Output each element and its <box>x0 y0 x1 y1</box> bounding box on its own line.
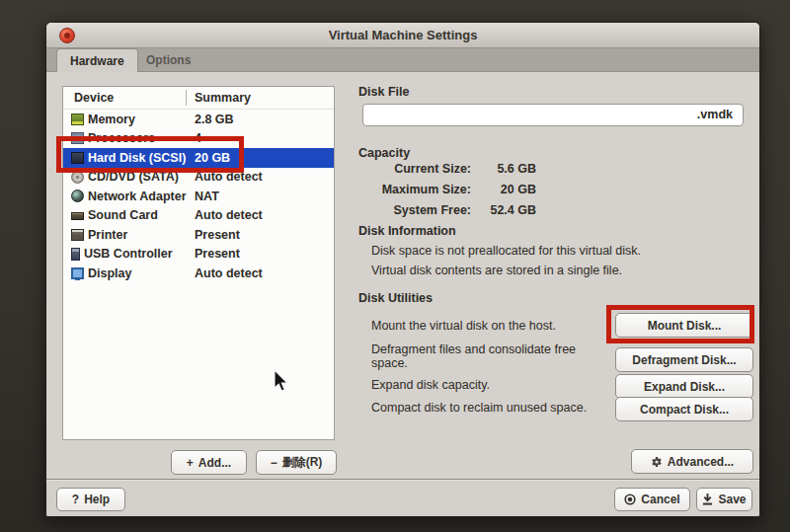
capacity-row-system-free: System Free: 52.4 GB <box>372 203 570 223</box>
footer-bar: ? Help Cancel Save <box>46 479 759 516</box>
column-header-summary[interactable]: Summary <box>195 91 251 105</box>
device-summary: Auto detect <box>195 266 263 280</box>
device-row-cd-dvd[interactable]: CD/DVD (SATA) Auto detect <box>63 168 334 188</box>
disk-file-input[interactable]: .vmdk <box>362 104 744 126</box>
device-summary: Present <box>195 228 240 242</box>
tab-options[interactable]: Options <box>133 48 203 72</box>
vm-settings-window: Virtual Machine Settings Hardware Option… <box>45 22 760 517</box>
disk-utilities-heading: Disk Utilities <box>358 291 433 305</box>
defragment-disk-description: Defragment files and consolidate free sp… <box>371 342 606 370</box>
help-button-label: Help <box>84 493 110 506</box>
device-summary: Present <box>195 247 240 261</box>
hard-disk-icon <box>71 152 84 164</box>
capacity-row-current: Current Size: 5.6 GB <box>372 162 570 182</box>
capacity-value: 20 GB <box>475 183 536 196</box>
window-title: Virtual Machine Settings <box>329 28 478 42</box>
device-name: Display <box>88 266 131 280</box>
processors-icon <box>71 132 84 144</box>
mount-disk-description: Mount the virtual disk on the host. <box>371 319 556 333</box>
remove-button-label: 删除(R) <box>282 454 323 471</box>
sound-card-icon <box>71 212 84 220</box>
column-divider <box>186 90 187 106</box>
desktop-background: Virtual Machine Settings Hardware Option… <box>0 0 790 532</box>
device-row-usb-controller[interactable]: USB Controller Present <box>63 245 334 265</box>
device-name: Network Adapter <box>88 190 187 203</box>
tab-bar: Hardware Options <box>46 48 759 72</box>
tab-hardware[interactable]: Hardware <box>56 48 138 72</box>
printer-icon <box>71 229 84 241</box>
device-row-sound-card[interactable]: Sound Card Auto detect <box>63 206 334 226</box>
disk-information-heading: Disk Information <box>358 224 456 238</box>
device-name: Printer <box>88 228 127 242</box>
device-summary: 4 <box>195 131 201 145</box>
gear-icon <box>651 456 663 468</box>
save-arrow-icon <box>702 494 713 505</box>
capacity-value: 52.4 GB <box>475 203 536 217</box>
plus-icon: + <box>187 456 194 470</box>
device-name: Memory <box>88 113 135 126</box>
device-summary: NAT <box>195 190 219 203</box>
cancel-button-label: Cancel <box>641 493 679 506</box>
advanced-button-label: Advanced... <box>668 455 734 469</box>
mount-disk-button[interactable]: Mount Disk... <box>615 313 753 338</box>
device-summary: 20 GB <box>195 151 230 165</box>
expand-disk-description: Expand disk capacity. <box>371 378 490 392</box>
add-button-label: Add... <box>198 456 231 470</box>
device-row-network-adapter[interactable]: Network Adapter NAT <box>63 187 334 206</box>
titlebar[interactable]: Virtual Machine Settings <box>46 23 759 48</box>
network-adapter-icon <box>71 190 84 202</box>
capacity-label: Maximum Size: <box>372 183 471 196</box>
close-icon[interactable] <box>59 28 75 43</box>
compact-disk-description: Compact disk to reclaim unused space. <box>371 401 587 415</box>
device-name: Processors <box>88 131 155 145</box>
cancel-button[interactable]: Cancel <box>614 488 690 511</box>
device-row-hard-disk[interactable]: Hard Disk (SCSI) 20 GB <box>63 148 334 168</box>
display-icon <box>71 267 84 279</box>
save-button[interactable]: Save <box>696 488 752 511</box>
capacity-heading: Capacity <box>358 146 410 160</box>
capacity-label: System Free: <box>372 203 471 217</box>
expand-disk-button[interactable]: Expand Disk... <box>615 374 753 399</box>
device-summary: Auto detect <box>195 208 263 222</box>
defragment-disk-button[interactable]: Defragment Disk... <box>615 347 753 372</box>
device-name: USB Controller <box>84 247 173 261</box>
device-name: Sound Card <box>88 208 158 222</box>
device-summary: Auto detect <box>195 170 263 184</box>
device-row-printer[interactable]: Printer Present <box>63 225 334 245</box>
usb-controller-icon <box>71 248 80 261</box>
capacity-label: Current Size: <box>372 162 471 176</box>
remove-device-button[interactable]: − 删除(R) <box>256 450 337 475</box>
minus-icon: − <box>271 456 277 470</box>
device-row-processors[interactable]: Processors 4 <box>63 129 334 149</box>
device-name: CD/DVD (SATA) <box>88 170 179 184</box>
device-summary: 2.8 GB <box>195 113 234 126</box>
compact-disk-button[interactable]: Compact Disk... <box>615 397 753 421</box>
capacity-row-maximum: Maximum Size: 20 GB <box>372 183 570 202</box>
add-device-button[interactable]: + Add... <box>171 450 247 475</box>
cancel-circle-icon <box>624 494 636 505</box>
memory-icon <box>71 114 84 125</box>
capacity-value: 5.6 GB <box>475 162 536 176</box>
column-header-device[interactable]: Device <box>74 91 114 105</box>
device-list-header: Device Summary <box>63 87 334 110</box>
save-button-label: Save <box>718 493 746 506</box>
disk-information-line: Disk space is not preallocated for this … <box>371 244 641 258</box>
question-mark-icon: ? <box>72 493 79 506</box>
help-button[interactable]: ? Help <box>56 488 125 511</box>
device-row-display[interactable]: Display Auto detect <box>63 264 334 283</box>
device-row-memory[interactable]: Memory 2.8 GB <box>63 110 334 129</box>
device-name: Hard Disk (SCSI) <box>88 151 186 165</box>
device-list-panel: Device Summary Memory 2.8 GB Processors … <box>62 86 335 440</box>
advanced-button[interactable]: Advanced... <box>631 449 753 474</box>
cd-dvd-icon <box>71 171 84 184</box>
disk-information-line: Virtual disk contents are stored in a si… <box>371 264 622 277</box>
disk-file-heading: Disk File <box>358 85 409 99</box>
